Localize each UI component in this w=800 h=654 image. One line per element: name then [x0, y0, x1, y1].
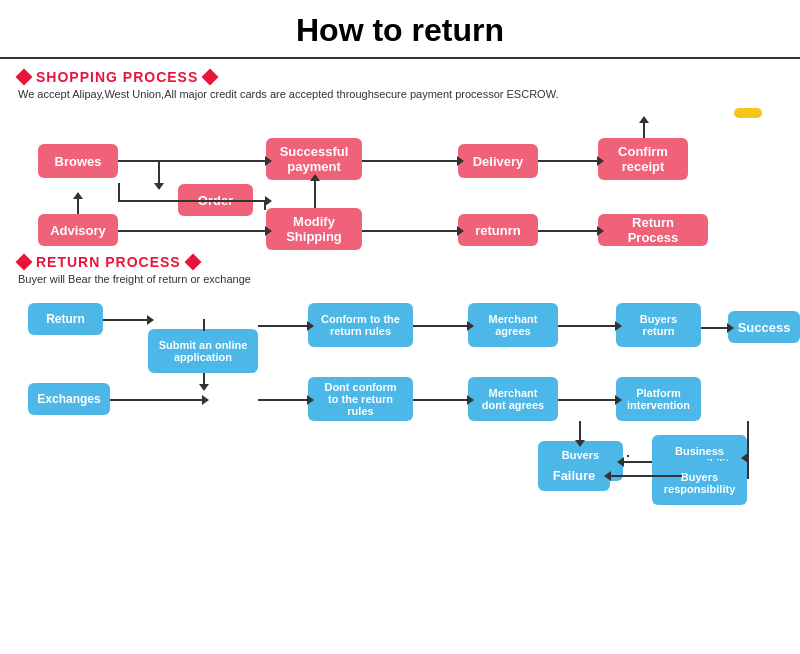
return-process-box: Return Process [598, 214, 708, 246]
shopping-section-title: SHOPPING PROCESS [36, 69, 198, 85]
shopping-subtitle: We accept Alipay,West Union,All major cr… [18, 88, 782, 100]
browes-box: Browes [38, 144, 118, 178]
diamond-icon-right2 [184, 254, 201, 271]
modify-shipping-box: Modify Shipping [266, 208, 362, 250]
failure-box: Failure [538, 459, 610, 491]
shopping-flow-diagram: Browes Successful payment Delivery Confi… [18, 108, 782, 248]
returnm-box: retunrn [458, 214, 538, 246]
shopping-section-header: SHOPPING PROCESS [18, 69, 782, 85]
conform-rules-box: Conform to the return rules [308, 303, 413, 347]
buyers-return1-box: Buyers return [616, 303, 701, 347]
page-title: How to return [0, 0, 800, 59]
return-box: Return [28, 303, 103, 335]
diamond-icon-right [202, 69, 219, 86]
submit-online-box: Submit an online application [148, 329, 258, 373]
confirm-receipt-box: Confirm receipt [598, 138, 688, 180]
delivery-box: Delivery [458, 144, 538, 178]
platform-intervention-box: Platform intervention [616, 377, 701, 421]
return-flow-diagram: Return Submit an online application Exch… [18, 293, 782, 503]
return-subtitle: Buyer will Bear the freight of return or… [18, 273, 782, 285]
buyers-responsibility-box: Buyers responsibility [652, 461, 747, 505]
advisory-box: Advisory [38, 214, 118, 246]
diamond-icon-left [16, 69, 33, 86]
given-5-stars-box [734, 108, 762, 118]
return-section-title: RETURN PROCESS [36, 254, 181, 270]
success-box: Success [728, 311, 800, 343]
return-section-header: RETURN PROCESS [18, 254, 782, 270]
merchant-agrees-box: Merchant agrees [468, 303, 558, 347]
exchanges-box: Exchanges [28, 383, 110, 415]
merchant-dont-box: Merchant dont agrees [468, 377, 558, 421]
diamond-icon-left2 [16, 254, 33, 271]
dont-conform-box: Dont conform to the return rules [308, 377, 413, 421]
